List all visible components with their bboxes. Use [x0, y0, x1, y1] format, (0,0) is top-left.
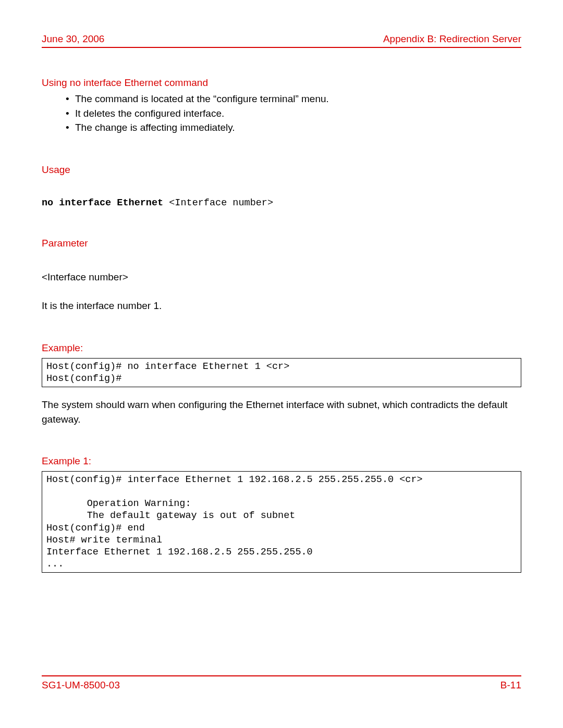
header-date: June 30, 2006 [42, 33, 104, 45]
code-block-example: Host(config)# no interface Ethernet 1 <c… [42, 358, 521, 387]
usage-command-bold: no interface Ethernet [42, 198, 163, 208]
parameter-desc: It is the interface number 1. [42, 299, 521, 313]
bullet-list: The command is located at the “configure… [66, 92, 521, 135]
page-content: June 30, 2006 Appendix B: Redirection Se… [42, 33, 521, 573]
bullet-item: It deletes the configured interface. [66, 106, 521, 121]
footer-docid: SG1-UM-8500-03 [42, 680, 120, 691]
header-appendix: Appendix B: Redirection Server [383, 33, 521, 45]
usage-command-rest: <Interface number> [163, 198, 273, 208]
section-title-example: Example: [42, 342, 521, 354]
parameter-name: <Interface number> [42, 270, 521, 285]
page-footer: SG1-UM-8500-03 B-11 [42, 680, 521, 691]
example-after-text: The system should warn when configuring … [42, 398, 521, 426]
bullet-item: The change is affecting immediately. [66, 120, 521, 135]
code-block-example1: Host(config)# interface Ethernet 1 192.1… [42, 471, 521, 573]
page-header: June 30, 2006 Appendix B: Redirection Se… [42, 33, 521, 48]
usage-command: no interface Ethernet <Interface number> [42, 198, 521, 208]
section-title-example1: Example 1: [42, 455, 521, 467]
section-title-parameter: Parameter [42, 238, 521, 249]
section-title-usage: Usage [42, 164, 521, 176]
section-title-using-no-interface: Using no interface Ethernet command [42, 77, 521, 89]
footer-rule [42, 675, 521, 676]
footer-page-number: B-11 [500, 680, 521, 691]
bullet-item: The command is located at the “configure… [66, 92, 521, 106]
